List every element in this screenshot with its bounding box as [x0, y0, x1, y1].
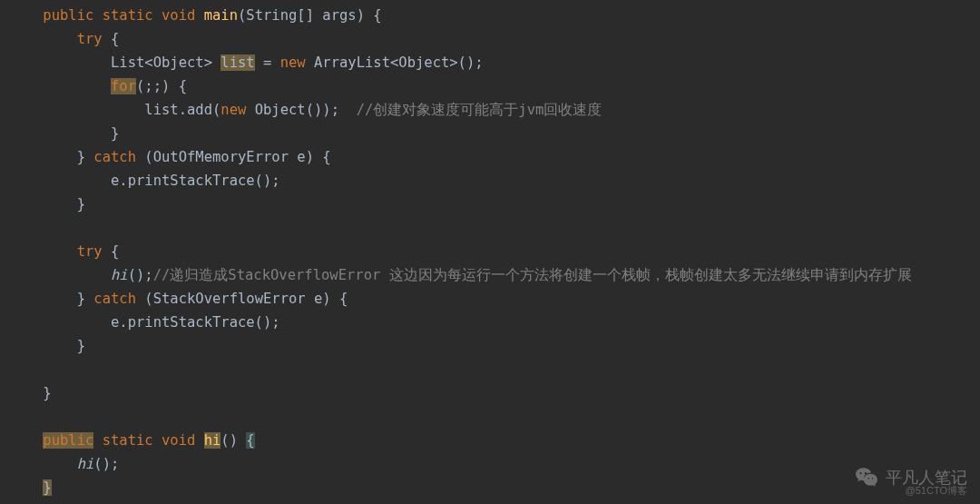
print-stack-trace: e.printStackTrace(); [111, 314, 280, 331]
keyword-static: static [103, 432, 153, 449]
keyword-public: public [43, 432, 93, 449]
list-add-call: list.add( [144, 102, 220, 118]
line: } [9, 338, 85, 354]
brace-close: } [77, 291, 85, 307]
line: try { [9, 31, 119, 47]
line: hi(); [9, 456, 119, 472]
final-brace: } [43, 479, 51, 496]
line: List<Object> list = new ArrayList<Object… [9, 54, 484, 71]
brace-close: } [111, 125, 119, 142]
line: e.printStackTrace(); [9, 314, 280, 331]
comment-2: //递归造成StackOverflowError 这边因为每运行一个方法将创建一… [153, 267, 912, 283]
line: try { [9, 243, 119, 260]
keyword-new: new [220, 102, 246, 118]
blank-line [9, 409, 17, 425]
call-hi: hi [111, 267, 128, 283]
attribution-text: @51CTO博客 [906, 479, 967, 502]
blank-line [9, 220, 17, 236]
brace-open: { [103, 31, 120, 47]
type-list: List<Object> [111, 54, 212, 71]
brace-close: } [77, 196, 85, 212]
line: } catch (StackOverflowError e) { [9, 291, 348, 307]
line: } [9, 479, 52, 496]
hi-sig-brace: { [246, 432, 254, 449]
brace-close: } [77, 338, 85, 354]
main-params: (String[] args) { [238, 7, 382, 24]
call-hi-tail: (); [128, 267, 153, 283]
method-main: main [204, 7, 238, 24]
brace-open: { [103, 243, 120, 260]
keyword-void: void [162, 432, 195, 449]
keyword-catch: catch [93, 149, 136, 165]
line: } catch (OutOfMemoryError e) { [9, 149, 331, 165]
line: hi();//递归造成StackOverflowError 这边因为每运行一个方… [9, 267, 912, 283]
assign: = [255, 54, 280, 71]
call-hi-2: hi [77, 456, 94, 472]
line: e.printStackTrace(); [9, 173, 280, 189]
keyword-for: for [111, 78, 136, 94]
type-object: Object()); [255, 102, 339, 118]
keyword-catch: catch [93, 291, 136, 307]
code-block: public static void main(String[] args) {… [0, 0, 980, 499]
brace-close: } [43, 385, 51, 401]
wechat-icon [855, 466, 878, 489]
line: public static void hi() { [9, 432, 255, 449]
line: public static void main(String[] args) { [9, 7, 382, 24]
catch1-sig: (OutOfMemoryError e) { [136, 149, 331, 165]
method-hi: hi [204, 432, 221, 449]
line: } [9, 196, 85, 212]
brace-close: } [77, 149, 85, 165]
keyword-try: try [77, 31, 103, 47]
call-hi-2-tail: (); [93, 456, 119, 472]
keyword-void: void [162, 7, 195, 24]
line: list.add(new Object()); //创建对象速度可能高于jvm回… [9, 102, 602, 118]
line: for(;;) { [9, 78, 187, 94]
catch2-sig: (StackOverflowError e) { [136, 291, 348, 307]
print-stack-trace: e.printStackTrace(); [111, 173, 280, 189]
keyword-try: try [77, 243, 103, 260]
type-arraylist: ArrayList<Object>(); [314, 54, 484, 71]
blank-line [9, 361, 17, 378]
keyword-public: public [43, 7, 93, 24]
keyword-static: static [103, 7, 153, 24]
line: } [9, 385, 52, 401]
for-head: (;;) { [136, 78, 187, 94]
var-list: list [220, 54, 254, 71]
hi-sig-open: () [220, 432, 246, 449]
comment-1: //创建对象速度可能高于jvm回收速度 [339, 102, 602, 118]
line: } [9, 125, 119, 142]
keyword-new: new [280, 54, 306, 71]
